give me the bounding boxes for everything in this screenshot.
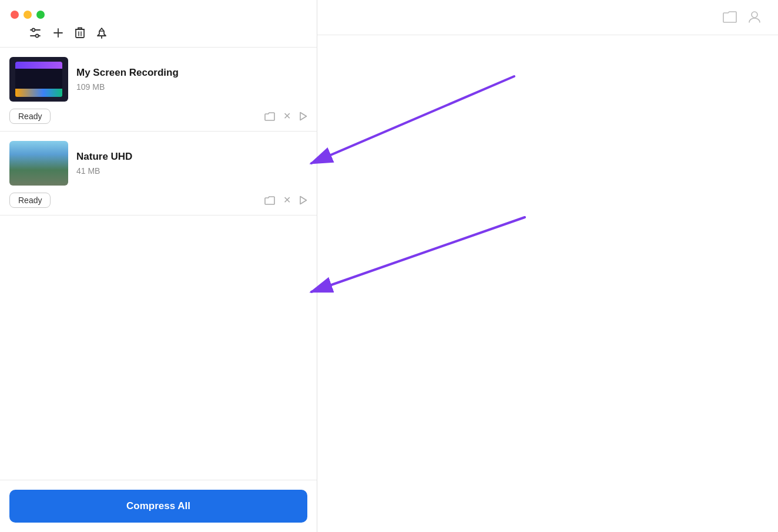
compress-all-button[interactable]: Compress All bbox=[9, 490, 307, 523]
traffic-light-fullscreen[interactable] bbox=[36, 11, 45, 19]
app-window: My Screen Recording 109 MB Ready ✕ bbox=[0, 0, 778, 532]
add-icon[interactable] bbox=[53, 28, 63, 38]
reveal-in-finder-icon[interactable] bbox=[264, 112, 275, 121]
delete-icon[interactable] bbox=[75, 27, 85, 39]
svg-point-3 bbox=[36, 35, 39, 38]
file-item-top: My Screen Recording 109 MB bbox=[9, 57, 307, 102]
file-item-top: Nature UHD 41 MB bbox=[9, 141, 307, 186]
svg-point-15 bbox=[752, 12, 757, 18]
file-thumbnail bbox=[9, 57, 68, 102]
play-icon[interactable] bbox=[299, 112, 307, 121]
left-panel: My Screen Recording 109 MB Ready ✕ bbox=[0, 0, 317, 532]
file-name: My Screen Recording bbox=[76, 67, 307, 79]
user-icon[interactable] bbox=[749, 11, 760, 26]
file-actions: ✕ bbox=[264, 196, 307, 205]
thumbnail-nature bbox=[9, 141, 68, 186]
svg-point-1 bbox=[32, 29, 35, 32]
file-info: My Screen Recording 109 MB bbox=[76, 67, 307, 92]
play-icon[interactable] bbox=[299, 196, 307, 205]
file-actions: ✕ bbox=[264, 112, 307, 121]
file-size: 109 MB bbox=[76, 82, 307, 92]
status-badge[interactable]: Ready bbox=[9, 109, 51, 124]
compress-btn-wrapper: Compress All bbox=[0, 480, 317, 532]
file-size: 41 MB bbox=[76, 166, 307, 176]
reveal-in-finder-icon[interactable] bbox=[264, 196, 275, 205]
remove-icon[interactable]: ✕ bbox=[283, 196, 291, 205]
file-item-bottom: Ready ✕ bbox=[9, 109, 307, 124]
file-item-bottom: Ready ✕ bbox=[9, 193, 307, 208]
traffic-lights bbox=[0, 0, 317, 19]
traffic-light-minimize[interactable] bbox=[24, 11, 32, 19]
pin-icon[interactable] bbox=[96, 27, 107, 39]
file-info: Nature UHD 41 MB bbox=[76, 151, 307, 176]
file-name: Nature UHD bbox=[76, 151, 307, 163]
thumbnail-screen-recording bbox=[9, 57, 68, 102]
file-list: My Screen Recording 109 MB Ready ✕ bbox=[0, 48, 317, 480]
file-item: Nature UHD 41 MB Ready ✕ bbox=[0, 132, 317, 216]
file-item: My Screen Recording 109 MB Ready ✕ bbox=[0, 48, 317, 132]
right-panel bbox=[317, 0, 778, 532]
svg-rect-6 bbox=[76, 29, 84, 38]
remove-icon[interactable]: ✕ bbox=[283, 112, 291, 121]
toolbar bbox=[0, 19, 317, 48]
settings-icon[interactable] bbox=[29, 28, 41, 38]
traffic-light-close[interactable] bbox=[11, 11, 19, 19]
folder-icon[interactable] bbox=[723, 11, 737, 26]
file-thumbnail bbox=[9, 141, 68, 186]
right-panel-header bbox=[317, 0, 778, 35]
status-badge[interactable]: Ready bbox=[9, 193, 51, 208]
